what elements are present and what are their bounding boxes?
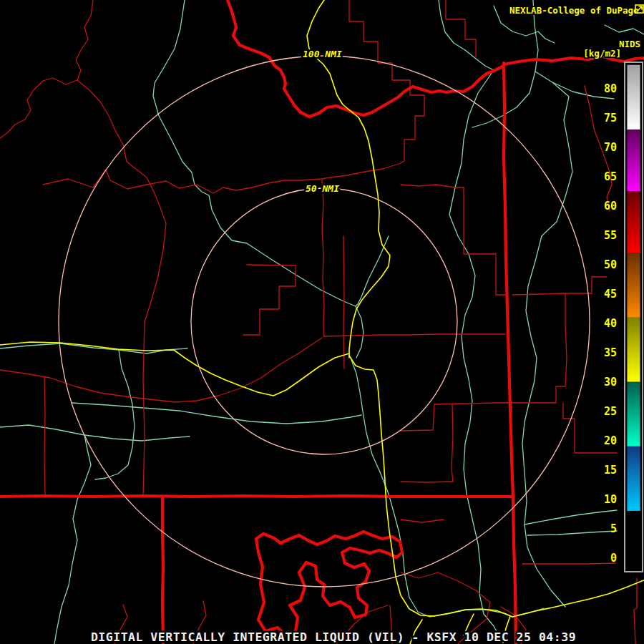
county-line bbox=[446, 0, 476, 57]
river-path bbox=[54, 435, 91, 644]
product-label: NIDS bbox=[619, 39, 640, 49]
state-border bbox=[504, 57, 644, 64]
county-line bbox=[77, 80, 166, 322]
colorbar-gradient bbox=[628, 65, 640, 570]
county-line bbox=[243, 265, 296, 335]
county-line bbox=[0, 0, 93, 138]
state-border bbox=[504, 63, 516, 644]
colorbar-tick-40: 40 bbox=[604, 317, 617, 330]
colorbar-tick-75: 75 bbox=[604, 112, 617, 125]
river-path bbox=[525, 510, 617, 525]
river-path bbox=[153, 0, 356, 306]
colorbar-tick-labels: 80757065605550454035302520151050 bbox=[604, 82, 617, 565]
colorbar-tick-45: 45 bbox=[604, 288, 617, 301]
county-line bbox=[512, 277, 637, 644]
river-path bbox=[72, 403, 361, 424]
river-path bbox=[522, 236, 565, 607]
colorbar: 80757065605550454035302520151050 bbox=[604, 62, 643, 572]
colorbar-tick-25: 25 bbox=[604, 405, 617, 418]
river-path bbox=[356, 236, 389, 358]
county-line bbox=[44, 377, 45, 497]
state-border bbox=[162, 497, 163, 644]
colorbar-tick-70: 70 bbox=[604, 141, 617, 154]
colorbar-tick-15: 15 bbox=[604, 464, 617, 477]
colorbar-tick-65: 65 bbox=[604, 170, 617, 183]
county-line bbox=[43, 170, 321, 193]
state-borders-layer bbox=[0, 0, 644, 644]
colorbar-tick-10: 10 bbox=[604, 493, 617, 506]
river-path bbox=[95, 350, 135, 479]
range-ring-50nmi-label: 50 NMI bbox=[306, 183, 339, 194]
status-bar-text: DIGITAL VERTICALLY INTEGRATED LIQUID (VI… bbox=[91, 630, 576, 644]
river-path bbox=[0, 343, 187, 353]
colorbar-tick-5: 5 bbox=[610, 522, 617, 535]
highway-path bbox=[0, 342, 349, 396]
county-line bbox=[0, 338, 322, 402]
river-path bbox=[605, 25, 644, 34]
state-border bbox=[0, 496, 512, 497]
county-line bbox=[343, 236, 344, 369]
colorbar-tick-30: 30 bbox=[604, 376, 617, 389]
river-path bbox=[527, 531, 617, 535]
units-label: [kg/m2] bbox=[583, 48, 621, 59]
range-ring-100nmi-label: 100 NMI bbox=[303, 49, 342, 59]
county-line bbox=[143, 322, 145, 497]
radar-map: 50 NMI 100 NMI 8075706560555045403530252… bbox=[0, 0, 644, 644]
nexlab-title: NEXLAB-College of DuPage bbox=[509, 5, 639, 16]
county-line bbox=[401, 185, 505, 295]
highways-layer bbox=[0, 0, 644, 644]
colorbar-tick-20: 20 bbox=[604, 434, 617, 447]
colorbar-tick-60: 60 bbox=[604, 200, 617, 213]
colorbar-tick-35: 35 bbox=[604, 346, 617, 359]
colorbar-tick-0: 0 bbox=[610, 552, 617, 565]
rivers-layer bbox=[0, 0, 644, 644]
colorbar-tick-55: 55 bbox=[604, 229, 617, 242]
county-line bbox=[322, 179, 324, 336]
colorbar-tick-80: 80 bbox=[604, 82, 617, 95]
range-ring-50nmi bbox=[191, 188, 457, 454]
colorbar-tick-50: 50 bbox=[604, 258, 617, 271]
county-lines-layer bbox=[0, 0, 637, 644]
river-path bbox=[535, 72, 572, 236]
range-ring-100nmi bbox=[59, 56, 590, 587]
radar-display: 50 NMI 100 NMI 8075706560555045403530252… bbox=[0, 0, 644, 644]
river-path bbox=[0, 425, 190, 441]
state-border bbox=[228, 0, 504, 117]
